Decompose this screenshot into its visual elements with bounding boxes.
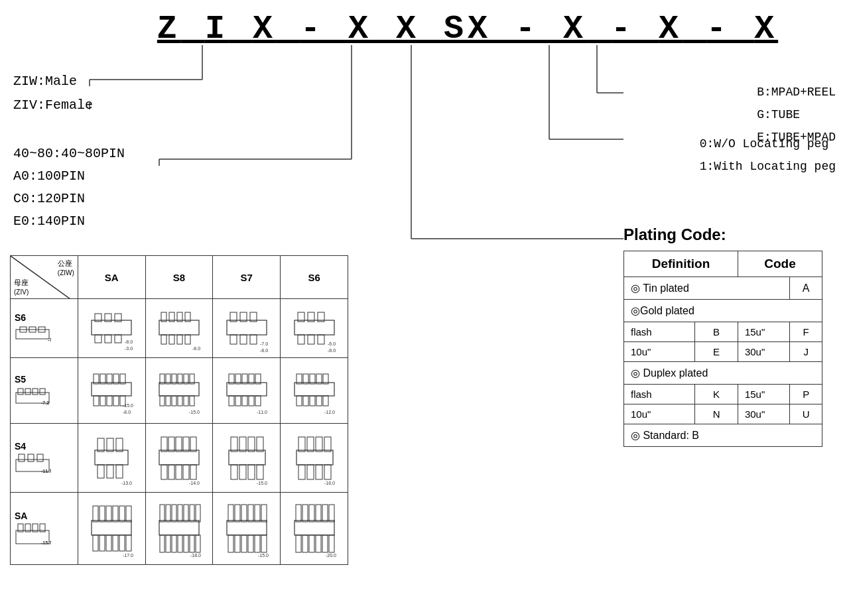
svg-text:-17.0: -17.0: [123, 553, 133, 558]
gold-plated-header-row: ◎Gold plated: [624, 300, 822, 322]
row-s6-icon: -7: [15, 324, 51, 343]
svg-rect-184: [190, 505, 194, 522]
plating-header-def: Definition: [624, 251, 738, 277]
conn-s8-s4: -14.0: [156, 425, 202, 488]
svg-rect-206: [261, 535, 267, 552]
svg-rect-59: [33, 389, 38, 395]
type-labels: ZIW:Male ZIV:Female: [13, 70, 93, 117]
code-x1: X: [253, 10, 277, 48]
svg-rect-68: [94, 396, 99, 406]
cell-sa-sa: -17.0: [78, 493, 145, 565]
code-dash2: -: [515, 10, 563, 48]
code-dash1: -: [300, 10, 348, 48]
tin-plated-code: A: [790, 277, 822, 300]
svg-rect-114: [19, 454, 25, 462]
svg-rect-168: [113, 506, 118, 522]
svg-rect-135: [183, 465, 189, 479]
cell-s6-sa: -20.0: [281, 493, 348, 565]
code-sx: SX: [444, 10, 491, 48]
svg-text:-8.0: -8.0: [192, 346, 200, 351]
code-x3: X: [659, 10, 683, 48]
svg-rect-62: [92, 383, 131, 396]
row-s5-icon: -7.2: [15, 386, 51, 406]
svg-rect-53: [318, 335, 324, 344]
svg-rect-189: [178, 535, 182, 552]
svg-text:-15.7: -15.7: [41, 540, 51, 545]
svg-text:-8.0: -8.0: [125, 339, 133, 344]
row-s5-header: S5 -7.2: [11, 358, 78, 424]
svg-rect-133: [168, 465, 174, 479]
conn-sa-s4: -13.0: [88, 425, 135, 488]
code-z: Z: [157, 10, 181, 48]
svg-rect-71: [113, 396, 119, 406]
svg-rect-211: [309, 505, 314, 522]
cell-s6-s5: -12.0: [281, 358, 348, 424]
code-i: I: [205, 10, 229, 48]
svg-rect-44: [250, 335, 257, 344]
svg-text:-16.0: -16.0: [324, 481, 335, 485]
svg-text:-14.0: -14.0: [189, 481, 200, 485]
row-s5: S5 -7.2: [11, 358, 348, 424]
svg-text:-6.0: -6.0: [328, 341, 336, 346]
duplex-plated-header-row: ◎ Duplex plated: [624, 362, 822, 385]
cell-s7-s4: -15.0: [213, 424, 281, 493]
gold-flash-label: flash: [624, 322, 695, 342]
gold-30u-label: 30u": [738, 342, 789, 362]
svg-rect-165: [93, 506, 98, 522]
svg-rect-174: [113, 535, 118, 551]
svg-rect-121: [116, 438, 123, 452]
svg-text:-15.0: -15.0: [257, 481, 267, 485]
svg-rect-154: [307, 465, 314, 479]
svg-text:-8.0: -8.0: [260, 348, 268, 353]
cell-s8-s6: -8.0: [145, 299, 213, 358]
svg-rect-85: [178, 396, 182, 406]
plating-section: Plating Code: Definition Code ◎ Tin plat…: [623, 225, 836, 447]
svg-rect-208: [294, 521, 334, 535]
row-sa-header: SA -15.7: [11, 493, 78, 565]
code-dash4: -: [706, 10, 754, 48]
svg-rect-216: [302, 535, 308, 552]
svg-rect-95: [229, 396, 234, 406]
code-x4: X: [754, 10, 778, 48]
ziw-label: ZIW:Male: [13, 70, 93, 93]
svg-rect-28: [159, 320, 199, 335]
plating-table: Definition Code ◎ Tin plated A ◎Gold pla…: [623, 251, 822, 447]
gold-flash-row: flash B 15u" F: [624, 322, 822, 342]
corner-top-text: 公座(ZIW): [58, 259, 74, 277]
svg-rect-138: [229, 450, 265, 465]
pin-e0: E0:140PIN: [13, 210, 125, 233]
svg-rect-203: [241, 535, 247, 552]
svg-rect-151: [316, 437, 322, 452]
gold-10u-code: E: [695, 342, 738, 362]
gold-30u-code: J: [790, 342, 822, 362]
row-sa: SA -15.7: [11, 493, 348, 565]
svg-rect-209: [296, 505, 301, 522]
svg-rect-169: [119, 506, 125, 522]
svg-rect-185: [196, 505, 200, 522]
col-s8: S8: [145, 256, 213, 299]
svg-text:-11.0: -11.0: [257, 410, 267, 414]
svg-rect-155: [316, 465, 322, 479]
svg-rect-101: [294, 383, 334, 396]
svg-rect-182: [178, 505, 182, 522]
svg-rect-198: [248, 505, 253, 522]
svg-rect-173: [106, 535, 111, 551]
svg-rect-124: [116, 465, 123, 478]
svg-text:-18.0: -18.0: [190, 553, 201, 558]
gold-plated-header: ◎Gold plated: [624, 300, 822, 322]
gold-10u-row: 10u" E 30u" J: [624, 342, 822, 362]
svg-rect-143: [231, 465, 237, 479]
pin-c0: C0:120PIN: [13, 188, 125, 210]
svg-rect-120: [107, 438, 113, 452]
svg-rect-190: [184, 535, 188, 552]
conn-s8-sa: -18.0: [156, 494, 202, 560]
cell-sa-s4: -13.0: [78, 424, 145, 493]
svg-rect-152: [324, 437, 331, 452]
cell-sa-s5: -8.0 -15.0: [78, 358, 145, 424]
svg-rect-156: [324, 465, 331, 479]
svg-rect-111: [323, 396, 328, 406]
svg-rect-215: [296, 535, 301, 552]
cell-s8-sa: -18.0: [145, 493, 213, 565]
svg-rect-119: [98, 438, 104, 452]
svg-rect-146: [257, 465, 263, 479]
